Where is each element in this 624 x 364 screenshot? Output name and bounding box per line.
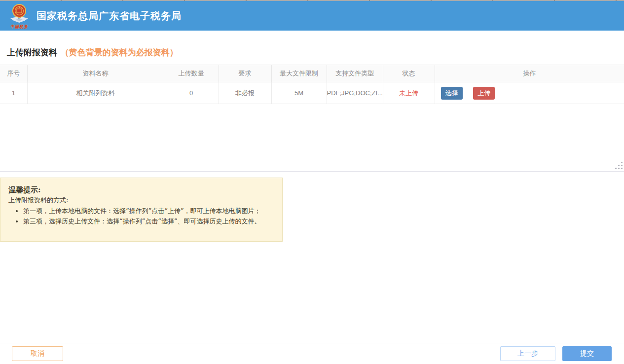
tips-subtitle: 上传附报资料的方式: — [8, 195, 274, 205]
tips-list: 第一项，上传本地电脑的文件：选择“操作列”点击“上传”，即可上传本地电脑图片； … — [23, 206, 274, 226]
col-header-file-types: 支持文件类型 — [327, 65, 383, 82]
logo-script-text: 中国税务 — [8, 25, 31, 30]
tips-item: 第三项，选择历史上传文件：选择“操作列”点击“选择”、即可选择历史上传的文件。 — [23, 216, 274, 226]
cell-max-file-size: 5M — [271, 82, 327, 104]
tax-bureau-logo: 中国税务 — [8, 3, 31, 29]
select-button[interactable]: 选择 — [441, 87, 463, 100]
cell-requirement: 非必报 — [219, 82, 271, 104]
col-header-upload-count: 上传数量 — [164, 65, 219, 82]
app-title: 国家税务总局广东省电子税务局 — [37, 9, 182, 23]
cell-name: 相关附列资料 — [27, 82, 164, 104]
col-header-actions: 操作 — [435, 65, 624, 82]
page-title: 上传附报资料 — [7, 48, 57, 57]
page-title-row: 上传附报资料 （黄色背景的资料为必报资料） — [7, 47, 624, 58]
previous-step-button[interactable]: 上一步 — [500, 346, 555, 361]
app-header: 中国税务 国家税务总局广东省电子税务局 — [0, 1, 624, 31]
page-title-note: （黄色背景的资料为必报资料） — [61, 48, 178, 57]
col-header-status: 状态 — [383, 65, 435, 82]
cell-upload-count: 0 — [164, 82, 219, 104]
col-header-name: 资料名称 — [27, 65, 164, 82]
col-header-seq: 序号 — [0, 65, 27, 82]
tips-item: 第一项，上传本地电脑的文件：选择“操作列”点击“上传”，即可上传本地电脑图片； — [23, 206, 274, 216]
table-row: 1 相关附列资料 0 非必报 5M PDF;JPG;DOC;ZI... 未上传 … — [0, 82, 624, 104]
upload-table: 序号 资料名称 上传数量 要求 最大文件限制 支持文件类型 状态 操作 1 相关… — [0, 65, 624, 104]
national-emblem-icon — [9, 3, 30, 23]
upload-button[interactable]: 上传 — [473, 87, 495, 100]
tips-panel: 温馨提示: 上传附报资料的方式: 第一项，上传本地电脑的文件：选择“操作列”点击… — [0, 178, 283, 242]
cell-file-types: PDF;JPG;DOC;ZI... — [327, 82, 383, 104]
tips-title: 温馨提示: — [8, 184, 274, 195]
col-header-requirement: 要求 — [219, 65, 271, 82]
resize-grip-icon[interactable] — [615, 162, 623, 170]
footer-right-group: 上一步 提交 — [500, 346, 612, 361]
upload-table-container: 序号 资料名称 上传数量 要求 最大文件限制 支持文件类型 状态 操作 1 相关… — [0, 65, 624, 172]
cell-actions: 选择 上传 — [435, 82, 624, 104]
status-badge: 未上传 — [383, 82, 435, 104]
footer-action-bar: 取消 上一步 提交 — [0, 343, 624, 364]
submit-button[interactable]: 提交 — [562, 346, 612, 361]
table-header-row: 序号 资料名称 上传数量 要求 最大文件限制 支持文件类型 状态 操作 — [0, 65, 624, 82]
cell-seq: 1 — [0, 82, 27, 104]
cancel-button[interactable]: 取消 — [12, 346, 63, 361]
col-header-max-file-size: 最大文件限制 — [271, 65, 327, 82]
